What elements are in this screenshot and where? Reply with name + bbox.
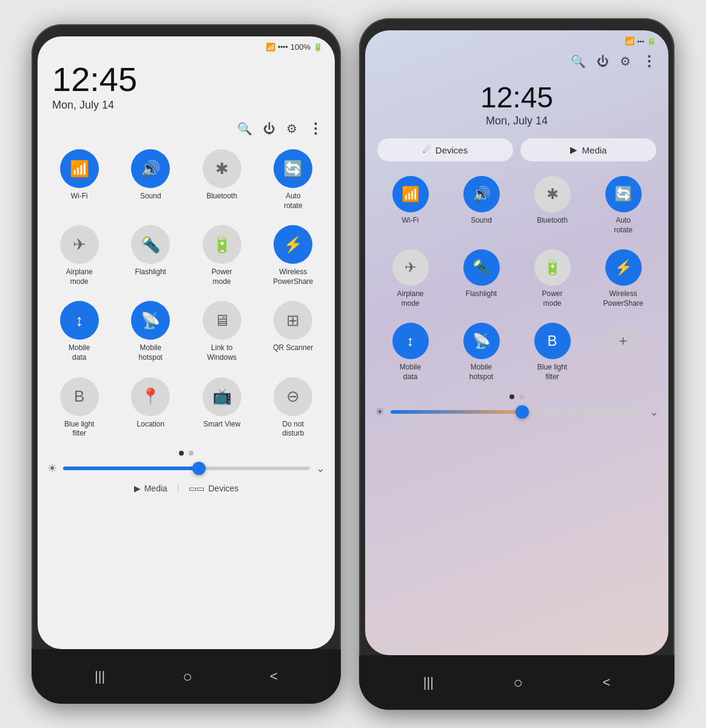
toggle-label-left-10: Link to Windows	[207, 343, 237, 362]
toggle-item-left-8[interactable]: ↕Mobile data	[44, 294, 115, 369]
toggle-item-right-5[interactable]: 🔦Flashlight	[446, 242, 517, 315]
devices-pill[interactable]: ☄ Devices	[377, 138, 513, 161]
nav-home-left[interactable]: ○	[183, 667, 192, 686]
media-label-left: Media	[144, 484, 167, 493]
dot-1	[179, 451, 184, 456]
search-icon-right[interactable]: 🔍	[571, 54, 586, 69]
toggle-label-left-8: Mobile data	[69, 343, 90, 362]
toggle-item-right-9[interactable]: 📡Mobile hotspot	[446, 315, 517, 389]
settings-icon-left[interactable]: ⚙	[286, 121, 297, 136]
toggle-item-left-0[interactable]: 📶Wi-Fi	[44, 142, 115, 218]
toggle-label-left-5: Flashlight	[135, 268, 166, 277]
toggle-circle-left-6: 🔋	[203, 225, 241, 264]
toggle-circle-left-9: 📡	[131, 301, 170, 340]
toggle-item-right-0[interactable]: 📶Wi-Fi	[375, 169, 446, 242]
toggle-item-right-2[interactable]: ✱Bluetooth	[517, 169, 588, 242]
toggle-item-left-5[interactable]: 🔦Flashlight	[115, 218, 187, 294]
toggle-item-right-3[interactable]: 🔄Auto rotate	[588, 169, 659, 242]
toggle-circle-left-0: 📶	[60, 149, 99, 188]
toggle-item-left-1[interactable]: 🔊Sound	[115, 142, 187, 218]
toggle-item-left-11[interactable]: ⊞QR Scanner	[258, 294, 329, 369]
toggle-item-right-1[interactable]: 🔊Sound	[446, 169, 517, 242]
nav-back-right[interactable]: |||	[423, 675, 434, 690]
toggle-item-left-15[interactable]: ⊖Do not disturb	[258, 370, 329, 446]
toggle-circle-right-0: 📶	[392, 176, 429, 212]
nav-recent-left[interactable]: <	[270, 669, 278, 684]
toggle-item-left-4[interactable]: ✈Airplane mode	[44, 218, 115, 294]
pagination-right	[365, 389, 668, 402]
toggle-item-right-11[interactable]: +	[588, 315, 659, 389]
brightness-slider-right[interactable]	[391, 410, 644, 414]
brightness-icon-right: ☀	[375, 405, 385, 419]
toggle-label-right-3: Auto rotate	[614, 216, 633, 235]
signal-icon: ••••	[278, 43, 288, 52]
toggle-item-right-6[interactable]: 🔋Power mode	[517, 242, 588, 315]
power-icon-left[interactable]: ⏻	[263, 122, 275, 136]
toggle-circle-right-8: ↕	[392, 323, 429, 359]
toggle-circle-right-5: 🔦	[463, 249, 500, 286]
toggle-item-right-8[interactable]: ↕Mobile data	[375, 315, 446, 389]
brightness-slider-left[interactable]	[63, 467, 310, 470]
more-icon-left[interactable]: ⋮	[308, 120, 323, 137]
more-icon-right[interactable]: ⋮	[642, 53, 656, 70]
time-section-right: 12:45 Mon, July 14	[365, 75, 668, 131]
status-bar-left: 📶 •••• 100% 🔋	[38, 36, 335, 54]
media-play-icon: ▶	[134, 484, 141, 493]
toggle-item-left-2[interactable]: ✱Bluetooth	[186, 142, 258, 218]
toggle-circle-right-6: 🔋	[534, 249, 571, 286]
toggle-label-left-0: Wi-Fi	[71, 192, 88, 201]
brightness-expand-right[interactable]: ⌄	[650, 405, 659, 419]
time-display-left: 12:45	[52, 62, 320, 96]
media-pill-icon: ▶	[570, 144, 577, 155]
toggle-circle-left-13: 📍	[131, 377, 170, 416]
status-icons-left: 📶 •••• 100% 🔋	[266, 42, 323, 52]
media-btn-left[interactable]: ▶ Media	[134, 484, 167, 493]
toggle-circle-right-1: 🔊	[463, 176, 500, 212]
toggle-label-right-6: Power mode	[542, 289, 562, 308]
nav-home-right[interactable]: ○	[513, 673, 523, 692]
toggle-label-right-10: Blue light filter	[537, 363, 567, 382]
devices-icon-left: ▭▭	[189, 484, 204, 493]
toggle-grid-right: 📶Wi-Fi🔊Sound✱Bluetooth🔄Auto rotate✈Airpl…	[365, 169, 668, 389]
toggle-item-left-7[interactable]: ⚡Wireless PowerShare	[258, 218, 329, 294]
toggle-label-left-1: Sound	[140, 192, 161, 201]
devices-btn-left[interactable]: ▭▭ Devices	[189, 484, 238, 493]
toggle-item-right-10[interactable]: BBlue light filter	[517, 315, 588, 389]
toggle-circle-right-2: ✱	[534, 176, 571, 212]
devices-pill-label: Devices	[435, 145, 468, 155]
toggle-circle-left-15: ⊖	[274, 377, 312, 416]
toggle-label-left-6: Power mode	[212, 268, 232, 286]
toggle-item-left-3[interactable]: 🔄Auto rotate	[258, 142, 329, 218]
toggle-item-left-9[interactable]: 📡Mobile hotspot	[115, 294, 187, 369]
screen-left: 📶 •••• 100% 🔋 12:45 Mon, July 14 🔍 ⏻ ⚙ ⋮…	[38, 36, 335, 649]
brightness-icon-left: ☀	[47, 462, 57, 475]
toggle-item-left-6[interactable]: 🔋Power mode	[186, 218, 258, 294]
toggle-item-left-13[interactable]: 📍Location	[115, 370, 187, 446]
toggle-circle-left-12: B	[60, 377, 99, 416]
settings-icon-right[interactable]: ⚙	[620, 54, 631, 69]
wifi-icon-right: 📶	[625, 36, 634, 46]
search-icon-left[interactable]: 🔍	[237, 121, 252, 136]
plus-circle-right[interactable]: +	[605, 323, 642, 359]
brightness-expand-left[interactable]: ⌄	[316, 462, 325, 475]
toggle-label-left-9: Mobile hotspot	[139, 343, 163, 362]
toggle-item-left-14[interactable]: 📺Smart View	[186, 370, 258, 446]
toggle-label-left-4: Airplane mode	[66, 268, 93, 286]
toggle-circle-left-3: 🔄	[274, 149, 312, 188]
bottom-nav-right: ||| ○ <	[359, 655, 674, 710]
battery-text: 100%	[291, 42, 311, 52]
nav-back-left[interactable]: |||	[95, 669, 105, 684]
toggle-item-right-7[interactable]: ⚡Wireless PowerShare	[588, 242, 659, 315]
power-icon-right[interactable]: ⏻	[597, 55, 609, 69]
toggle-circle-left-11: ⊞	[274, 301, 312, 340]
toggle-item-right-4[interactable]: ✈Airplane mode	[375, 242, 446, 315]
toggle-item-left-12[interactable]: BBlue light filter	[44, 370, 115, 446]
devices-label-left: Devices	[208, 484, 238, 493]
media-pill[interactable]: ▶ Media	[520, 138, 656, 161]
dot-r2	[519, 394, 524, 399]
status-bar-right: 📶 ••• 🔋	[365, 30, 668, 48]
nav-recent-right[interactable]: <	[602, 675, 610, 690]
pagination-left	[38, 446, 335, 458]
divider-left: |	[177, 484, 180, 493]
toggle-item-left-10[interactable]: 🖥Link to Windows	[186, 294, 258, 369]
